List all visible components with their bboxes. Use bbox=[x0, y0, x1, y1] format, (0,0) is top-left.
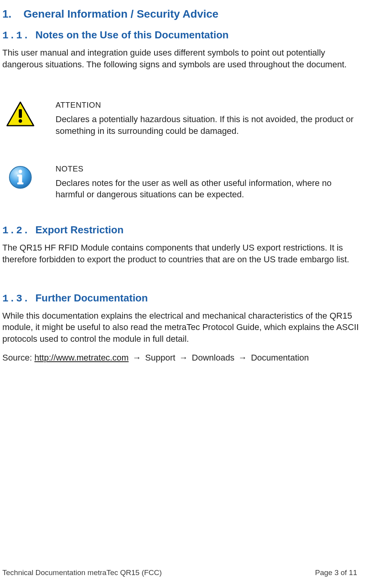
heading-1-title: General Information / Security Advice bbox=[23, 8, 218, 20]
svg-rect-6 bbox=[17, 175, 20, 177]
section-1-1-paragraph: This user manual and integration guide u… bbox=[2, 47, 360, 70]
breadcrumb-downloads: Downloads bbox=[192, 353, 234, 363]
info-icon bbox=[8, 165, 32, 191]
page-footer: Technical Documentation metraTec QR15 (F… bbox=[2, 568, 357, 577]
heading-1-3: 1.3. Further Documentation bbox=[2, 292, 363, 305]
svg-rect-1 bbox=[19, 109, 22, 118]
svg-point-2 bbox=[19, 119, 22, 123]
svg-point-4 bbox=[19, 170, 22, 173]
section-1-2-paragraph: The QR15 HF RFID Module contains compone… bbox=[2, 242, 360, 265]
notes-description: Declares notes for the user as well as o… bbox=[56, 177, 357, 200]
heading-1-1-number: 1.1. bbox=[2, 30, 30, 41]
svg-rect-7 bbox=[17, 182, 23, 184]
attention-description: Declares a potentially hazardous situati… bbox=[56, 114, 357, 137]
heading-1: 1. General Information / Security Advice bbox=[2, 8, 363, 20]
breadcrumb-documentation: Documentation bbox=[251, 353, 309, 363]
heading-1-1-title: Notes on the Use of this Documentation bbox=[35, 29, 228, 41]
source-label: Source: bbox=[2, 353, 34, 363]
attention-callout: ATTENTION Declares a potentially hazardo… bbox=[5, 101, 357, 137]
notes-callout: NOTES Declares notes for the user as wel… bbox=[5, 164, 357, 200]
heading-1-2-title: Export Restriction bbox=[35, 224, 123, 236]
section-1-3-paragraph: While this documentation explains the el… bbox=[2, 310, 360, 345]
heading-1-3-title: Further Documentation bbox=[35, 292, 147, 304]
heading-1-number: 1. bbox=[2, 8, 16, 20]
arrow-icon: → bbox=[131, 352, 143, 364]
source-line: Source: http://www.metratec.com → Suppor… bbox=[2, 352, 363, 364]
footer-page-number: Page 3 of 11 bbox=[315, 568, 357, 577]
attention-label: ATTENTION bbox=[56, 101, 357, 110]
warning-triangle-icon bbox=[6, 101, 34, 128]
heading-1-2: 1.2. Export Restriction bbox=[2, 224, 363, 236]
arrow-icon: → bbox=[237, 352, 248, 364]
breadcrumb-support: Support bbox=[145, 353, 175, 363]
heading-1-3-number: 1.3. bbox=[2, 293, 30, 305]
footer-doc-title: Technical Documentation metraTec QR15 (F… bbox=[2, 568, 162, 577]
heading-1-1: 1.1. Notes on the Use of this Documentat… bbox=[2, 29, 363, 41]
arrow-icon: → bbox=[178, 352, 189, 364]
heading-1-2-number: 1.2. bbox=[2, 225, 30, 236]
source-link[interactable]: http://www.metratec.com bbox=[34, 353, 129, 363]
notes-label: NOTES bbox=[56, 164, 357, 173]
